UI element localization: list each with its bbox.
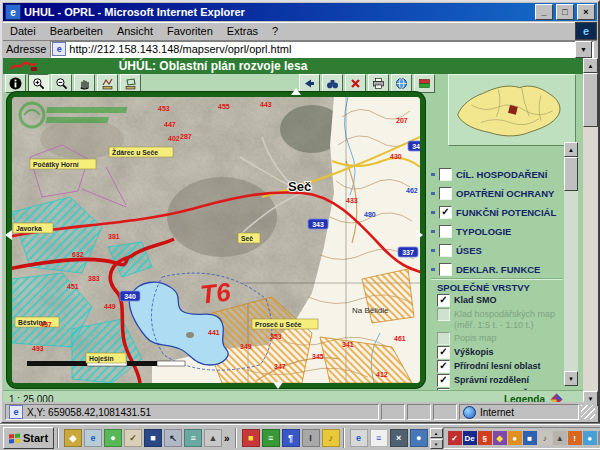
tray-language-indicator-icon[interactable]: De bbox=[463, 431, 477, 445]
layer-checkbox[interactable]: ✓ bbox=[437, 360, 450, 373]
ql-tools-icon[interactable]: × bbox=[390, 429, 408, 447]
taskbar-scroll-down[interactable]: ▾ bbox=[430, 439, 443, 449]
ql-signature-icon[interactable]: ✓ bbox=[124, 429, 142, 447]
close-button[interactable]: × bbox=[577, 4, 595, 20]
pan-east-arrow[interactable] bbox=[416, 230, 423, 240]
sidebar-divider bbox=[431, 278, 563, 280]
start-button[interactable]: Start bbox=[3, 427, 54, 449]
menu-extras[interactable]: Extras bbox=[220, 23, 265, 39]
sidebar-scroll-down-button[interactable]: ▼ bbox=[564, 371, 578, 386]
ql-table-icon[interactable]: ≡ bbox=[262, 429, 280, 447]
tray-antivirus-icon[interactable]: ✓ bbox=[448, 431, 462, 445]
maximize-button[interactable]: □ bbox=[556, 4, 574, 20]
tray-dialup-icon[interactable]: ● bbox=[583, 431, 597, 445]
address-input[interactable] bbox=[69, 43, 572, 55]
status-cell-2 bbox=[407, 404, 431, 420]
layer-checkbox[interactable]: ✓ bbox=[437, 346, 450, 359]
pan-north-arrow[interactable] bbox=[291, 88, 301, 95]
ql-globe-icon[interactable]: ● bbox=[410, 429, 428, 447]
parcel-number: 287 bbox=[180, 133, 192, 140]
town-label: Hoješín bbox=[89, 355, 114, 363]
pan-west-arrow[interactable] bbox=[5, 230, 12, 240]
measure-distance-button[interactable] bbox=[97, 74, 118, 93]
pan-south-arrow[interactable] bbox=[273, 382, 283, 389]
sidebar-scroll-up-button[interactable]: ▲ bbox=[564, 142, 578, 157]
tray-network-icon[interactable]: ■ bbox=[523, 431, 537, 445]
menu-hilfe[interactable]: ? bbox=[265, 23, 285, 39]
ql-bell-icon[interactable]: ♪ bbox=[322, 429, 340, 447]
tray-scheduler-icon[interactable]: ● bbox=[508, 431, 522, 445]
ql-ie-secondary-icon[interactable]: e bbox=[350, 429, 368, 447]
tray-display-icon[interactable]: ◆ bbox=[493, 431, 507, 445]
taskbar-scroll-up[interactable]: ▴ bbox=[430, 428, 443, 438]
browser-scrollbar[interactable]: ▲ ▼ bbox=[583, 58, 598, 406]
sidebar-scroll-thumb[interactable] bbox=[564, 157, 578, 191]
layer-list-main: CÍL. HOSPODAŘENÍOPATŘENÍ OCHRANY✓FUNKČNÍ… bbox=[431, 168, 561, 282]
layer-checkbox[interactable]: ✓ bbox=[437, 294, 450, 307]
tray-icons: ✓De§◆●■♪▲!●≡ bbox=[448, 431, 600, 445]
ql-show-desktop-icon[interactable]: ↖ bbox=[164, 429, 182, 447]
layer-checkbox[interactable] bbox=[439, 225, 452, 238]
ql-notepad-icon[interactable]: ≡ bbox=[370, 429, 388, 447]
tray-printer-icon[interactable]: ▲ bbox=[553, 431, 567, 445]
find-button[interactable] bbox=[322, 74, 343, 93]
ql-messenger-icon[interactable]: ● bbox=[104, 429, 122, 447]
print-button[interactable] bbox=[368, 74, 389, 93]
legend-button[interactable] bbox=[414, 74, 435, 93]
layer-row: ÚSES bbox=[431, 244, 561, 257]
back-button[interactable] bbox=[299, 74, 320, 93]
browser-scroll-up-button[interactable]: ▲ bbox=[583, 58, 598, 73]
status-zone-cell: Internet bbox=[459, 404, 579, 420]
globe-button[interactable] bbox=[391, 74, 412, 93]
layer-row: ✓Přírodní lesní oblast bbox=[437, 360, 561, 373]
layer-checkbox[interactable] bbox=[439, 263, 452, 276]
menu-ansicht[interactable]: Ansicht bbox=[110, 23, 160, 39]
browser-scroll-track[interactable] bbox=[583, 127, 598, 391]
measure-area-button[interactable] bbox=[120, 74, 141, 93]
info-button[interactable] bbox=[5, 74, 26, 93]
resize-grip[interactable] bbox=[581, 405, 595, 419]
zoom-out-button[interactable] bbox=[51, 74, 72, 93]
ql-refresh-icon[interactable]: ≡ bbox=[184, 429, 202, 447]
minimize-button[interactable]: _ bbox=[535, 4, 553, 20]
parcel-number: 383 bbox=[88, 275, 100, 282]
map-viewport[interactable]: Počátky HorníŽdárec u SečeJavorkaSečPros… bbox=[12, 97, 420, 383]
menu-bearbeiten[interactable]: Bearbeiten bbox=[43, 23, 110, 39]
layer-checkbox[interactable] bbox=[439, 187, 452, 200]
layer-checkbox[interactable] bbox=[439, 168, 452, 181]
quick-launch-overflow-button[interactable]: » bbox=[222, 433, 232, 444]
ql-internet-explorer-icon[interactable]: e bbox=[84, 429, 102, 447]
browser-scroll-thumb[interactable] bbox=[583, 73, 598, 127]
layer-checkbox[interactable]: ✓ bbox=[439, 206, 452, 219]
overview-map-box[interactable] bbox=[448, 74, 576, 146]
menu-favoriten[interactable]: Favoriten bbox=[160, 23, 220, 39]
ql-window-icon[interactable]: ■ bbox=[242, 429, 260, 447]
ql-document-icon[interactable]: ▲ bbox=[204, 429, 222, 447]
layer-label: Klad SMO bbox=[454, 294, 497, 306]
parcel-number: 447 bbox=[164, 121, 176, 128]
page-header: ÚHÚL: Oblastní plán rozvoje lesa bbox=[3, 58, 583, 74]
status-cell-1 bbox=[381, 404, 405, 420]
tray-volume-icon[interactable]: ♪ bbox=[538, 431, 552, 445]
tray-updater-icon[interactable]: ! bbox=[568, 431, 582, 445]
clear-button[interactable] bbox=[345, 74, 366, 93]
zoom-in-button[interactable] bbox=[28, 74, 49, 93]
parcel-number: 349 bbox=[240, 343, 252, 350]
ql-channels-icon[interactable]: ◆ bbox=[64, 429, 82, 447]
pan-button[interactable] bbox=[74, 74, 95, 93]
ql-outlook-icon[interactable]: ■ bbox=[144, 429, 162, 447]
layer-bullet bbox=[431, 173, 435, 176]
ql-pen-icon[interactable]: I bbox=[302, 429, 320, 447]
layer-checkbox[interactable] bbox=[439, 244, 452, 257]
menu-datei[interactable]: Datei bbox=[3, 23, 43, 39]
sidebar-scrollbar[interactable]: ▲ ▼ bbox=[564, 142, 578, 386]
map-canvas[interactable]: Počátky HorníŽdárec u SečeJavorkaSečPros… bbox=[12, 97, 420, 383]
address-dropdown-button[interactable]: ▼ bbox=[575, 41, 592, 58]
tray-corel-icon[interactable]: § bbox=[478, 431, 492, 445]
sidebar-scroll-track[interactable] bbox=[564, 191, 578, 371]
title-bar[interactable]: e UHUL - OPRL - Microsoft Internet Explo… bbox=[3, 3, 597, 21]
ql-notes-icon[interactable]: ¶ bbox=[282, 429, 300, 447]
legend-layers-icon bbox=[418, 77, 431, 90]
layer-checkbox[interactable]: ✓ bbox=[437, 374, 450, 387]
windows-logo-icon bbox=[9, 433, 20, 443]
